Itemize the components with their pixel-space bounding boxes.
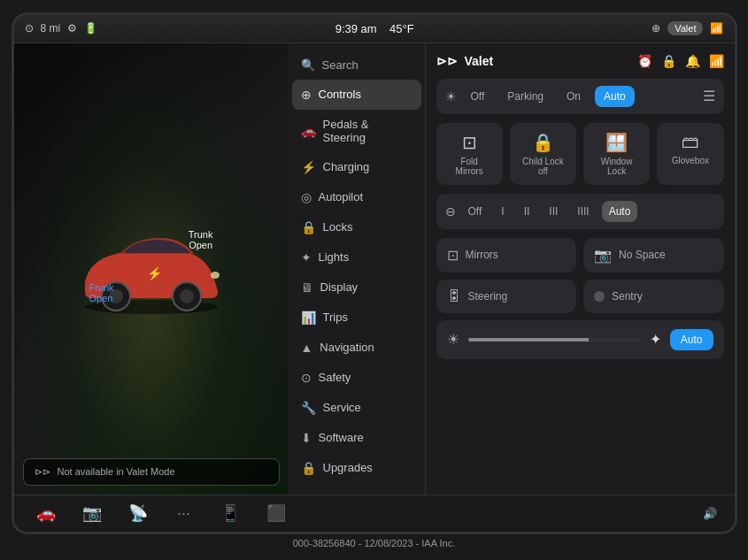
svg-point-6 [211,272,220,279]
pedals-icon: 🚗 [301,124,316,138]
mirrors-card[interactable]: ⊡ Mirrors [436,238,577,272]
taskbar-square[interactable]: ⬛ [262,499,290,527]
trunk-label: Trunk Open [189,229,213,250]
mode-parking-button[interactable]: Parking [498,86,552,107]
valet-header-icons: ⏰ 🔒 🔔 📶 [637,54,724,68]
trips-icon: 📊 [301,311,316,325]
charging-label: Charging [323,160,370,173]
navigation-label: Navigation [320,341,374,354]
menu-item-trips[interactable]: 📊 Trips [289,303,425,333]
alarm-icon[interactable]: ⏰ [637,54,652,68]
child-lock-button[interactable]: 🔒 Child Lockoff [510,123,576,185]
mode-off-button[interactable]: Off [462,86,494,107]
fold-mirrors-icon: ⊡ [462,132,477,153]
no-space-card[interactable]: 📷 No Space [583,238,724,272]
wiper-3-button[interactable]: III [542,201,565,222]
signal-icon[interactable]: 📶 [709,54,724,68]
wiper-2-button[interactable]: II [517,201,537,222]
not-available-bar: ⊳⊳ Not available in Valet Mode [23,458,280,486]
taskbar-dots[interactable]: ··· [170,499,198,527]
menu-item-autopilot[interactable]: ◎ Autopilot [289,182,425,212]
valet-icon: ⊳⊳ [35,466,50,478]
menu-item-display[interactable]: 🖥 Display [289,272,425,303]
alert-icon[interactable]: 🔔 [685,54,700,68]
wiper-off-button[interactable]: Off [461,201,490,222]
trips-label: Trips [323,311,348,324]
display-icon: 🖥 [301,280,313,295]
menu-panel: 🔍 Search ⊕ Controls 🚗 Pedals & Steering … [289,43,426,495]
valet-header: ⊳⊳ Valet ⏰ 🔒 🔔 📶 [436,54,724,68]
wiper-row: ⊖ Off I II III IIII Auto [436,194,724,229]
menu-item-safety[interactable]: ⊙ Safety [289,363,425,393]
sun-icon: ☀ [445,89,457,104]
valet-icon-header: ⊳⊳ [436,54,458,68]
display-label: Display [320,280,359,294]
safety-icon: ⊙ [301,371,312,385]
controls-label: Controls [319,88,361,101]
svg-point-4 [180,289,194,303]
search-icon: 🔍 [301,58,315,72]
taskbar-car[interactable]: 🚗 [32,499,60,527]
taskbar-bluetooth[interactable]: 📡 [124,499,152,527]
brightness-auto-button[interactable]: Auto [670,329,713,350]
menu-item-controls[interactable]: ⊕ Controls [292,80,421,110]
menu-item-pedals[interactable]: 🚗 Pedals & Steering [289,110,425,152]
menu-item-service[interactable]: 🔧 Service [289,393,425,423]
sentry-card[interactable]: Sentry [583,280,724,313]
settings-icon: ⚙ [67,22,77,35]
battery-icon: 🔋 [84,22,97,35]
wifi-icon: 📶 [710,22,723,35]
glovebox-button[interactable]: 🗃 Glovebox [657,123,723,185]
safety-label: Safety [319,371,351,384]
service-icon: 🔧 [301,401,316,415]
software-icon: ⬇ [301,431,312,445]
brightness-icon: ☀ [447,331,459,348]
main-screen: ⊙ 8 mi ⚙ 🔋 9:39 am 45°F ⊕ Valet 📶 [12,12,737,534]
steering-icon: 🎛 [447,288,461,304]
search-item[interactable]: 🔍 Search [289,50,425,80]
window-lock-label: WindowLock [601,157,633,176]
brightness-slider[interactable] [468,338,641,341]
controls-icon: ⊕ [301,88,312,102]
taskbar-phone[interactable]: 📱 [216,499,244,527]
fold-mirrors-button[interactable]: ⊡ FoldMirrors [436,123,503,185]
valet-title: Valet [465,54,494,68]
wiper-1-button[interactable]: I [494,201,511,222]
menu-icon-right[interactable]: ☰ [703,88,715,104]
menu-item-locks[interactable]: 🔒 Locks [289,212,425,242]
status-bar: ⊙ 8 mi ⚙ 🔋 9:39 am 45°F ⊕ Valet 📶 [14,15,735,43]
valet-badge: Valet [667,21,703,35]
frunk-label: Frunk Open [89,282,114,303]
wiper-auto-button[interactable]: Auto [602,201,638,222]
mirrors-icon: ⊡ [447,247,459,264]
search-label: Search [322,58,359,72]
steering-label: Steering [468,290,508,303]
menu-item-navigation[interactable]: ▲ Navigation [289,333,425,363]
not-available-label: Not available in Valet Mode [58,466,175,477]
car-visual: ⚡ Frunk Open Trunk Open [63,220,240,318]
mirrors-label: Mirrors [466,249,498,261]
taskbar-camera[interactable]: 📷 [78,499,106,527]
controls-panel: ⊳⊳ Valet ⏰ 🔒 🔔 📶 ☀ Off Parking On Auto ☰ [426,43,735,495]
status-time: 9:39 am 45°F [335,22,414,35]
lock-icon-header[interactable]: 🔒 [661,54,676,68]
autopilot-icon: ◎ [301,190,312,204]
window-lock-button[interactable]: 🪟 WindowLock [583,123,650,185]
child-lock-icon: 🔒 [532,132,554,153]
pedals-label: Pedals & Steering [323,118,413,144]
service-label: Service [323,401,361,414]
window-lock-icon: 🪟 [605,132,628,153]
menu-item-lights[interactable]: ✦ Lights [289,242,425,272]
mode-auto-button[interactable]: Auto [595,86,635,107]
menu-item-charging[interactable]: ⚡ Charging [289,152,425,182]
wiper-4-button[interactable]: IIII [570,201,596,222]
mode-on-button[interactable]: On [558,86,590,107]
status-left: ⊙ 8 mi ⚙ 🔋 [25,22,98,35]
child-lock-label: Child Lockoff [522,157,564,176]
taskbar-volume[interactable]: 🔊 [703,507,717,520]
menu-item-upgrades[interactable]: 🔒 Upgrades [289,453,425,483]
svg-text:⚡: ⚡ [146,266,162,281]
menu-item-software[interactable]: ⬇ Software [289,423,425,453]
wiper-icon: ⊖ [445,204,456,219]
steering-card[interactable]: 🎛 Steering [436,280,577,313]
